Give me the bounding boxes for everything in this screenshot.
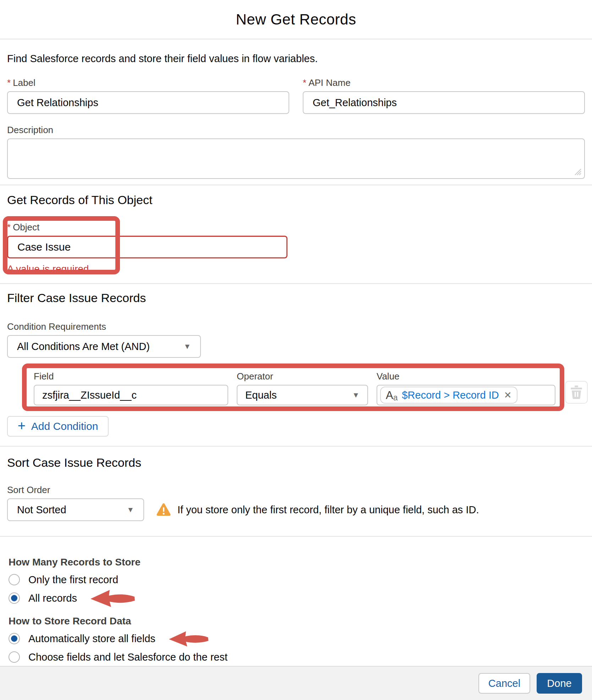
condition-requirements-dropdown[interactable]: All Conditions Are Met (AND) ▼ [7,335,201,358]
radio-option-auto-store-all-fields: Automatically store all fields [9,632,585,645]
sort-order-dropdown[interactable]: Not Sorted ▼ [7,498,144,521]
description-label: Description [7,125,585,136]
filter-value-label: Value [377,371,555,382]
value-resource-pill[interactable]: Aa $Record > Record ID ✕ [380,387,517,404]
modal-header: New Get Records [0,0,592,39]
radio-button[interactable] [9,633,20,644]
sort-order-label: Sort Order [7,485,585,496]
radio-button[interactable] [9,574,20,585]
condition-requirements-label: Condition Requirements [7,321,585,332]
intro-text: Find Salesforce records and store their … [7,53,585,65]
chevron-down-icon: ▼ [352,391,360,399]
text-type-icon: Aa [386,390,398,401]
add-condition-button[interactable]: + Add Condition [7,416,109,437]
api-name-input[interactable]: Get_Relationships [303,91,585,114]
filter-section: Filter Case Issue Records Condition Requ… [7,284,585,446]
sort-warning: If you store only the first record, filt… [156,503,479,516]
annotation-arrow-icon [168,630,209,647]
radio-option-all-records: All records [9,591,585,605]
object-field-group: *Object Case Issue A value is required. [7,222,287,275]
object-section: Get Records of This Object *Object Case … [7,185,585,283]
filter-operator-dropdown[interactable]: Equals ▼ [237,385,368,405]
radio-button[interactable] [9,651,20,663]
section-divider [0,536,592,537]
store-records-section: How Many Records to Store Only the first… [7,557,585,682]
required-asterisk: * [7,222,11,233]
filter-value-group: Value Aa $Record > Record ID ✕ [377,371,555,405]
chevron-down-icon: ▼ [127,505,134,514]
modal-body: Find Salesforce records and store their … [0,53,592,682]
radio-option-choose-fields-salesforce: Choose fields and let Salesforce do the … [9,650,585,664]
filter-field-group: Field zsfjira__ZIssueId__c [34,371,228,405]
sort-section: Sort Case Issue Records Sort Order Not S… [7,447,585,536]
object-input[interactable]: Case Issue [7,236,287,258]
filter-field-label: Field [34,371,228,382]
filter-value-combobox[interactable]: Aa $Record > Record ID ✕ [377,385,555,405]
sort-section-heading: Sort Case Issue Records [7,456,585,470]
value-resource-link[interactable]: $Record > Record ID [402,389,499,401]
label-field-group: *Label Get Relationships [7,77,289,114]
cancel-button[interactable]: Cancel [478,673,530,694]
description-field-group: Description [7,125,585,179]
filter-field-input[interactable]: zsfjira__ZIssueId__c [34,385,228,405]
how-many-records-label: How Many Records to Store [9,557,585,568]
api-name-field-label: *API Name [303,77,585,88]
label-input[interactable]: Get Relationships [7,91,289,114]
label-api-row: *Label Get Relationships *API Name Get_R… [7,77,585,114]
object-section-heading: Get Records of This Object [7,193,585,207]
annotation-box-filter: Field zsfjira__ZIssueId__c Operator Equa… [22,363,564,411]
annotation-arrow-icon [90,589,136,608]
filter-operator-group: Operator Equals ▼ [237,371,368,405]
radio-button[interactable] [9,592,20,604]
filter-operator-label: Operator [237,371,368,382]
how-to-store-label: How to Store Record Data [9,616,585,627]
plus-icon: + [18,419,26,432]
resize-handle-icon[interactable] [573,167,581,175]
filter-condition-row: Field zsfjira__ZIssueId__c Operator Equa… [22,363,585,411]
modal-footer: Cancel Done [0,666,592,700]
radio-option-only-first-record: Only the first record [9,573,585,586]
object-field-label: *Object [7,222,287,233]
done-button[interactable]: Done [537,673,582,694]
chevron-down-icon: ▼ [183,342,191,351]
object-error-message: A value is required. [7,263,287,275]
api-name-field-group: *API Name Get_Relationships [303,77,585,114]
required-asterisk: * [7,77,11,88]
page-title: New Get Records [236,11,356,28]
description-textarea[interactable] [7,138,585,179]
label-field-label: *Label [7,77,289,88]
trash-icon [570,385,582,399]
warning-icon [156,503,171,516]
filter-section-heading: Filter Case Issue Records [7,291,585,305]
delete-condition-button[interactable] [565,381,588,404]
required-asterisk: * [303,77,306,88]
close-icon[interactable]: ✕ [504,390,512,401]
sort-warning-text: If you store only the first record, filt… [177,504,479,516]
